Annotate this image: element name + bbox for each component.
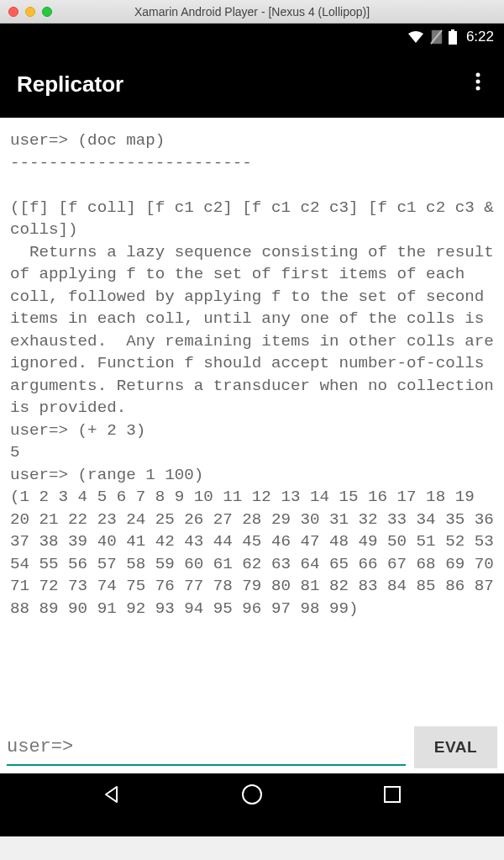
wifi-icon	[407, 30, 424, 44]
maximize-window-button[interactable]	[42, 7, 52, 17]
svg-point-6	[243, 785, 261, 804]
svg-rect-7	[385, 787, 400, 802]
window-titlebar: Xamarin Android Player - [Nexus 4 (Lolli…	[0, 0, 504, 24]
repl-input[interactable]	[76, 737, 406, 757]
recent-icon	[383, 785, 402, 804]
status-time: 6:22	[466, 29, 494, 45]
home-button[interactable]	[235, 778, 269, 811]
content-area: user=> (doc map) -----------------------…	[0, 118, 504, 773]
svg-rect-2	[451, 29, 454, 32]
app-bar: Replicator	[0, 50, 504, 118]
input-row: user=> EVAL	[0, 721, 504, 773]
traffic-lights	[8, 7, 52, 17]
no-sim-icon	[429, 29, 443, 45]
home-icon	[241, 783, 263, 805]
svg-point-3	[476, 73, 480, 77]
svg-point-5	[476, 87, 480, 91]
eval-button[interactable]: EVAL	[414, 726, 497, 768]
overflow-menu-button[interactable]	[469, 65, 487, 103]
window-title: Xamarin Android Player - [Nexus 4 (Lolli…	[0, 5, 504, 18]
close-window-button[interactable]	[8, 7, 18, 17]
repl-output[interactable]: user=> (doc map) -----------------------…	[0, 118, 504, 706]
back-icon	[102, 784, 122, 805]
svg-point-4	[476, 80, 480, 84]
back-button[interactable]	[95, 778, 129, 811]
overflow-menu-icon	[475, 71, 480, 92]
prompt-label: user=>	[7, 736, 73, 757]
device-frame: 6:22 Replicator user=> (doc map) -------…	[0, 24, 504, 836]
app-title: Replicator	[17, 71, 123, 98]
prompt-input-wrap[interactable]: user=>	[7, 729, 406, 766]
minimize-window-button[interactable]	[25, 7, 35, 17]
recent-apps-button[interactable]	[375, 778, 409, 811]
svg-rect-1	[449, 31, 457, 45]
android-status-bar: 6:22	[0, 24, 504, 50]
android-nav-bar	[0, 773, 504, 836]
battery-icon	[448, 29, 458, 45]
